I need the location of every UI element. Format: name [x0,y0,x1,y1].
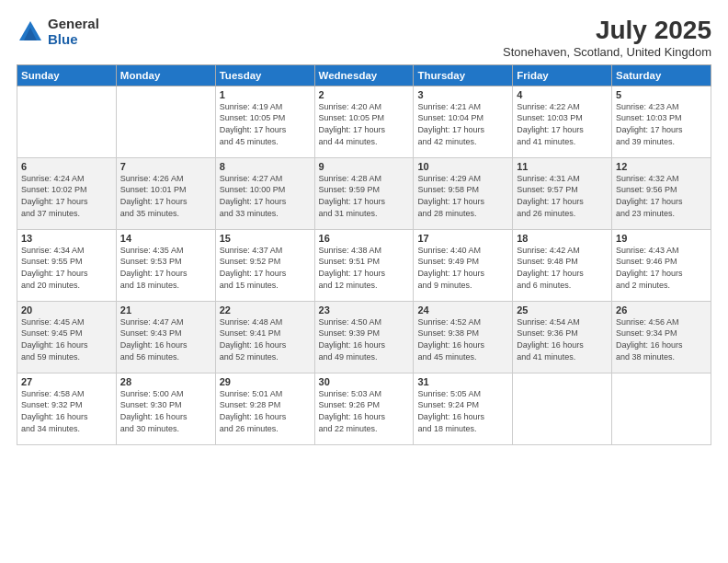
day-number: 16 [319,233,410,244]
day-info: Sunrise: 4:52 AM Sunset: 9:38 PM Dayligh… [417,316,508,362]
week-row-5: 27Sunrise: 4:58 AM Sunset: 9:32 PM Dayli… [17,373,711,444]
day-cell: 25Sunrise: 4:54 AM Sunset: 9:36 PM Dayli… [513,301,612,373]
day-cell: 22Sunrise: 4:48 AM Sunset: 9:41 PM Dayli… [215,301,314,373]
day-cell: 12Sunrise: 4:32 AM Sunset: 9:56 PM Dayli… [612,157,711,229]
day-cell: 18Sunrise: 4:42 AM Sunset: 9:48 PM Dayli… [513,229,612,301]
day-cell: 20Sunrise: 4:45 AM Sunset: 9:45 PM Dayli… [17,301,117,373]
col-saturday: Saturday [612,64,711,86]
title-block: July 2025 Stonehaven, Scotland, United K… [503,17,711,59]
day-info: Sunrise: 4:40 AM Sunset: 9:49 PM Dayligh… [417,245,508,291]
day-info: Sunrise: 4:56 AM Sunset: 9:34 PM Dayligh… [616,316,707,362]
day-info: Sunrise: 4:21 AM Sunset: 10:04 PM Daylig… [417,101,508,147]
day-info: Sunrise: 4:50 AM Sunset: 9:39 PM Dayligh… [319,316,410,362]
day-number: 7 [120,161,211,172]
day-cell: 19Sunrise: 4:43 AM Sunset: 9:46 PM Dayli… [612,229,711,301]
day-info: Sunrise: 4:42 AM Sunset: 9:48 PM Dayligh… [517,245,608,291]
day-cell: 8Sunrise: 4:27 AM Sunset: 10:00 PM Dayli… [215,157,314,229]
week-row-1: 1Sunrise: 4:19 AM Sunset: 10:05 PM Dayli… [17,86,711,157]
day-cell: 30Sunrise: 5:03 AM Sunset: 9:26 PM Dayli… [314,373,414,444]
day-cell: 23Sunrise: 4:50 AM Sunset: 9:39 PM Dayli… [314,301,414,373]
logo-general: General [48,17,99,32]
col-wednesday: Wednesday [314,64,414,86]
day-number: 25 [517,304,608,316]
col-tuesday: Tuesday [215,64,314,86]
day-number: 3 [417,89,508,100]
calendar-table: Sunday Monday Tuesday Wednesday Thursday… [17,64,711,445]
day-info: Sunrise: 4:29 AM Sunset: 9:58 PM Dayligh… [417,173,508,219]
col-friday: Friday [513,64,612,86]
day-info: Sunrise: 5:03 AM Sunset: 9:26 PM Dayligh… [319,388,410,434]
day-cell: 24Sunrise: 4:52 AM Sunset: 9:38 PM Dayli… [414,301,513,373]
day-info: Sunrise: 4:23 AM Sunset: 10:03 PM Daylig… [616,101,707,147]
day-cell: 9Sunrise: 4:28 AM Sunset: 9:59 PM Daylig… [314,157,414,229]
day-number: 21 [120,304,211,316]
week-row-4: 20Sunrise: 4:45 AM Sunset: 9:45 PM Dayli… [17,301,711,373]
day-cell: 29Sunrise: 5:01 AM Sunset: 9:28 PM Dayli… [215,373,314,444]
col-sunday: Sunday [17,64,117,86]
day-info: Sunrise: 4:54 AM Sunset: 9:36 PM Dayligh… [517,316,608,362]
day-info: Sunrise: 4:35 AM Sunset: 9:53 PM Dayligh… [120,245,211,291]
day-cell: 7Sunrise: 4:26 AM Sunset: 10:01 PM Dayli… [116,157,215,229]
day-number: 31 [417,376,508,387]
logo-icon [17,18,44,46]
day-cell: 28Sunrise: 5:00 AM Sunset: 9:30 PM Dayli… [116,373,215,444]
day-info: Sunrise: 5:01 AM Sunset: 9:28 PM Dayligh… [220,388,311,434]
day-info: Sunrise: 4:32 AM Sunset: 9:56 PM Dayligh… [616,173,707,219]
day-cell: 26Sunrise: 4:56 AM Sunset: 9:34 PM Dayli… [612,301,711,373]
day-number: 29 [220,376,311,387]
logo-blue: Blue [48,32,99,48]
day-number: 19 [616,233,707,244]
day-number: 20 [21,304,112,316]
day-cell [17,86,117,157]
day-number: 12 [616,161,707,172]
day-number: 9 [319,161,410,172]
header: General Blue July 2025 Stonehaven, Scotl… [17,17,711,59]
location: Stonehaven, Scotland, United Kingdom [503,45,711,59]
day-info: Sunrise: 4:20 AM Sunset: 10:05 PM Daylig… [319,101,410,147]
day-number: 15 [220,233,311,244]
day-number: 24 [417,304,508,316]
day-number: 4 [517,89,608,100]
day-info: Sunrise: 4:45 AM Sunset: 9:45 PM Dayligh… [21,316,112,362]
day-info: Sunrise: 4:26 AM Sunset: 10:01 PM Daylig… [120,173,211,219]
week-row-2: 6Sunrise: 4:24 AM Sunset: 10:02 PM Dayli… [17,157,711,229]
day-cell: 5Sunrise: 4:23 AM Sunset: 10:03 PM Dayli… [612,86,711,157]
day-number: 18 [517,233,608,244]
day-cell: 31Sunrise: 5:05 AM Sunset: 9:24 PM Dayli… [414,373,513,444]
day-cell: 11Sunrise: 4:31 AM Sunset: 9:57 PM Dayli… [513,157,612,229]
header-row: Sunday Monday Tuesday Wednesday Thursday… [17,64,711,86]
day-cell: 14Sunrise: 4:35 AM Sunset: 9:53 PM Dayli… [116,229,215,301]
day-cell [612,373,711,444]
day-number: 14 [120,233,211,244]
day-info: Sunrise: 4:34 AM Sunset: 9:55 PM Dayligh… [21,245,112,291]
day-cell: 1Sunrise: 4:19 AM Sunset: 10:05 PM Dayli… [215,86,314,157]
day-number: 10 [417,161,508,172]
day-cell: 3Sunrise: 4:21 AM Sunset: 10:04 PM Dayli… [414,86,513,157]
day-cell [513,373,612,444]
day-info: Sunrise: 4:19 AM Sunset: 10:05 PM Daylig… [220,101,311,147]
day-number: 5 [616,89,707,100]
logo: General Blue [17,17,99,47]
day-cell: 6Sunrise: 4:24 AM Sunset: 10:02 PM Dayli… [17,157,117,229]
day-info: Sunrise: 4:22 AM Sunset: 10:03 PM Daylig… [517,101,608,147]
day-cell: 10Sunrise: 4:29 AM Sunset: 9:58 PM Dayli… [414,157,513,229]
col-thursday: Thursday [414,64,513,86]
day-cell: 4Sunrise: 4:22 AM Sunset: 10:03 PM Dayli… [513,86,612,157]
day-cell: 13Sunrise: 4:34 AM Sunset: 9:55 PM Dayli… [17,229,117,301]
day-cell: 15Sunrise: 4:37 AM Sunset: 9:52 PM Dayli… [215,229,314,301]
day-info: Sunrise: 4:48 AM Sunset: 9:41 PM Dayligh… [220,316,311,362]
day-cell [116,86,215,157]
day-info: Sunrise: 4:31 AM Sunset: 9:57 PM Dayligh… [517,173,608,219]
day-info: Sunrise: 4:37 AM Sunset: 9:52 PM Dayligh… [220,245,311,291]
week-row-3: 13Sunrise: 4:34 AM Sunset: 9:55 PM Dayli… [17,229,711,301]
day-info: Sunrise: 4:58 AM Sunset: 9:32 PM Dayligh… [21,388,112,434]
day-number: 23 [319,304,410,316]
day-number: 30 [319,376,410,387]
day-info: Sunrise: 5:05 AM Sunset: 9:24 PM Dayligh… [417,388,508,434]
day-info: Sunrise: 4:47 AM Sunset: 9:43 PM Dayligh… [120,316,211,362]
month-title: July 2025 [503,17,711,45]
day-info: Sunrise: 4:27 AM Sunset: 10:00 PM Daylig… [220,173,311,219]
day-number: 26 [616,304,707,316]
day-cell: 16Sunrise: 4:38 AM Sunset: 9:51 PM Dayli… [314,229,414,301]
day-number: 28 [120,376,211,387]
